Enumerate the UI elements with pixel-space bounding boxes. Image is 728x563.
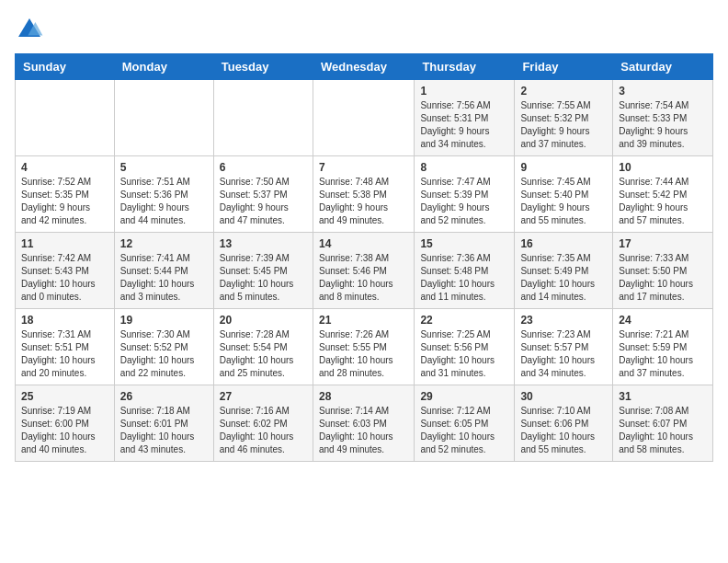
logo-icon — [15, 15, 44, 44]
calendar-cell: 22Sunrise: 7:25 AM Sunset: 5:56 PM Dayli… — [415, 309, 515, 385]
cell-content: Sunrise: 7:55 AM Sunset: 5:32 PM Dayligh… — [520, 99, 607, 151]
calendar-cell — [213, 80, 313, 156]
cell-content: Sunrise: 7:30 AM Sunset: 5:52 PM Dayligh… — [120, 328, 208, 380]
calendar-cell: 28Sunrise: 7:14 AM Sunset: 6:03 PM Dayli… — [313, 385, 414, 462]
cell-content: Sunrise: 7:42 AM Sunset: 5:43 PM Dayligh… — [21, 252, 108, 304]
day-number: 5 — [120, 161, 208, 174]
calendar-cell: 25Sunrise: 7:19 AM Sunset: 6:00 PM Dayli… — [16, 385, 115, 462]
cell-content: Sunrise: 7:16 AM Sunset: 6:02 PM Dayligh… — [220, 405, 307, 456]
day-number: 1 — [420, 85, 508, 98]
calendar-cell: 16Sunrise: 7:35 AM Sunset: 5:49 PM Dayli… — [515, 233, 613, 309]
weekday-sunday: Sunday — [16, 54, 115, 80]
cell-content: Sunrise: 7:26 AM Sunset: 5:55 PM Dayligh… — [319, 328, 408, 380]
day-number: 23 — [520, 314, 607, 327]
cell-content: Sunrise: 7:08 AM Sunset: 6:07 PM Dayligh… — [619, 405, 707, 456]
day-number: 11 — [21, 237, 108, 250]
cell-content: Sunrise: 7:56 AM Sunset: 5:31 PM Dayligh… — [420, 99, 508, 151]
cell-content: Sunrise: 7:31 AM Sunset: 5:51 PM Dayligh… — [21, 328, 108, 380]
calendar-cell: 20Sunrise: 7:28 AM Sunset: 5:54 PM Dayli… — [213, 309, 313, 385]
weekday-friday: Friday — [515, 54, 613, 80]
calendar-cell: 1Sunrise: 7:56 AM Sunset: 5:31 PM Daylig… — [415, 80, 515, 156]
day-number: 31 — [619, 390, 707, 403]
day-number: 7 — [319, 161, 408, 174]
calendar-cell: 8Sunrise: 7:47 AM Sunset: 5:39 PM Daylig… — [415, 156, 515, 233]
day-number: 15 — [420, 237, 508, 250]
day-number: 20 — [220, 314, 307, 327]
cell-content: Sunrise: 7:51 AM Sunset: 5:36 PM Dayligh… — [120, 176, 208, 227]
day-number: 30 — [520, 390, 607, 403]
weekday-header-row: SundayMondayTuesdayWednesdayThursdayFrid… — [16, 54, 713, 80]
cell-content: Sunrise: 7:48 AM Sunset: 5:38 PM Dayligh… — [319, 176, 408, 227]
calendar-cell: 18Sunrise: 7:31 AM Sunset: 5:51 PM Dayli… — [16, 309, 115, 385]
day-number: 4 — [21, 161, 108, 174]
weekday-tuesday: Tuesday — [213, 54, 313, 80]
calendar-week-4: 18Sunrise: 7:31 AM Sunset: 5:51 PM Dayli… — [16, 309, 713, 385]
day-number: 27 — [220, 390, 307, 403]
calendar-cell — [16, 80, 115, 156]
day-number: 28 — [319, 390, 408, 403]
calendar-cell — [313, 80, 414, 156]
weekday-monday: Monday — [114, 54, 213, 80]
calendar-week-5: 25Sunrise: 7:19 AM Sunset: 6:00 PM Dayli… — [16, 385, 713, 462]
cell-content: Sunrise: 7:38 AM Sunset: 5:46 PM Dayligh… — [319, 252, 408, 304]
cell-content: Sunrise: 7:39 AM Sunset: 5:45 PM Dayligh… — [220, 252, 307, 304]
cell-content: Sunrise: 7:47 AM Sunset: 5:39 PM Dayligh… — [420, 176, 508, 227]
calendar-cell: 21Sunrise: 7:26 AM Sunset: 5:55 PM Dayli… — [313, 309, 414, 385]
calendar-body: 1Sunrise: 7:56 AM Sunset: 5:31 PM Daylig… — [16, 80, 713, 462]
day-number: 16 — [520, 237, 607, 250]
calendar-cell: 6Sunrise: 7:50 AM Sunset: 5:37 PM Daylig… — [213, 156, 313, 233]
day-number: 18 — [21, 314, 108, 327]
day-number: 2 — [520, 85, 607, 98]
day-number: 10 — [619, 161, 707, 174]
day-number: 13 — [220, 237, 307, 250]
calendar-cell: 4Sunrise: 7:52 AM Sunset: 5:35 PM Daylig… — [16, 156, 115, 233]
cell-content: Sunrise: 7:54 AM Sunset: 5:33 PM Dayligh… — [619, 99, 707, 151]
weekday-wednesday: Wednesday — [313, 54, 414, 80]
calendar-cell: 2Sunrise: 7:55 AM Sunset: 5:32 PM Daylig… — [515, 80, 613, 156]
day-number: 24 — [619, 314, 707, 327]
calendar-cell: 17Sunrise: 7:33 AM Sunset: 5:50 PM Dayli… — [613, 233, 713, 309]
calendar-cell — [114, 80, 213, 156]
calendar-cell: 3Sunrise: 7:54 AM Sunset: 5:33 PM Daylig… — [613, 80, 713, 156]
cell-content: Sunrise: 7:52 AM Sunset: 5:35 PM Dayligh… — [21, 176, 108, 227]
day-number: 26 — [120, 390, 208, 403]
calendar-cell: 30Sunrise: 7:10 AM Sunset: 6:06 PM Dayli… — [515, 385, 613, 462]
calendar-cell: 27Sunrise: 7:16 AM Sunset: 6:02 PM Dayli… — [213, 385, 313, 462]
cell-content: Sunrise: 7:28 AM Sunset: 5:54 PM Dayligh… — [220, 328, 307, 380]
calendar-week-3: 11Sunrise: 7:42 AM Sunset: 5:43 PM Dayli… — [16, 233, 713, 309]
calendar-cell: 5Sunrise: 7:51 AM Sunset: 5:36 PM Daylig… — [114, 156, 213, 233]
calendar-cell: 23Sunrise: 7:23 AM Sunset: 5:57 PM Dayli… — [515, 309, 613, 385]
cell-content: Sunrise: 7:50 AM Sunset: 5:37 PM Dayligh… — [220, 176, 307, 227]
calendar-cell: 31Sunrise: 7:08 AM Sunset: 6:07 PM Dayli… — [613, 385, 713, 462]
day-number: 19 — [120, 314, 208, 327]
day-number: 3 — [619, 85, 707, 98]
calendar-cell: 29Sunrise: 7:12 AM Sunset: 6:05 PM Dayli… — [415, 385, 515, 462]
calendar-week-2: 4Sunrise: 7:52 AM Sunset: 5:35 PM Daylig… — [16, 156, 713, 233]
calendar-cell: 26Sunrise: 7:18 AM Sunset: 6:01 PM Dayli… — [114, 385, 213, 462]
cell-content: Sunrise: 7:23 AM Sunset: 5:57 PM Dayligh… — [520, 328, 607, 380]
calendar-cell: 9Sunrise: 7:45 AM Sunset: 5:40 PM Daylig… — [515, 156, 613, 233]
cell-content: Sunrise: 7:25 AM Sunset: 5:56 PM Dayligh… — [420, 328, 508, 380]
weekday-thursday: Thursday — [415, 54, 515, 80]
day-number: 29 — [420, 390, 508, 403]
cell-content: Sunrise: 7:14 AM Sunset: 6:03 PM Dayligh… — [319, 405, 408, 456]
day-number: 9 — [520, 161, 607, 174]
day-number: 21 — [319, 314, 408, 327]
day-number: 22 — [420, 314, 508, 327]
cell-content: Sunrise: 7:44 AM Sunset: 5:42 PM Dayligh… — [619, 176, 707, 227]
day-number: 14 — [319, 237, 408, 250]
page-header — [15, 15, 713, 44]
calendar-cell: 11Sunrise: 7:42 AM Sunset: 5:43 PM Dayli… — [16, 233, 115, 309]
calendar-table: SundayMondayTuesdayWednesdayThursdayFrid… — [15, 53, 713, 462]
day-number: 25 — [21, 390, 108, 403]
cell-content: Sunrise: 7:18 AM Sunset: 6:01 PM Dayligh… — [120, 405, 208, 456]
calendar-cell: 19Sunrise: 7:30 AM Sunset: 5:52 PM Dayli… — [114, 309, 213, 385]
day-number: 12 — [120, 237, 208, 250]
calendar-cell: 13Sunrise: 7:39 AM Sunset: 5:45 PM Dayli… — [213, 233, 313, 309]
day-number: 6 — [220, 161, 307, 174]
cell-content: Sunrise: 7:36 AM Sunset: 5:48 PM Dayligh… — [420, 252, 508, 304]
cell-content: Sunrise: 7:12 AM Sunset: 6:05 PM Dayligh… — [420, 405, 508, 456]
logo — [15, 15, 48, 44]
day-number: 8 — [420, 161, 508, 174]
calendar-cell: 12Sunrise: 7:41 AM Sunset: 5:44 PM Dayli… — [114, 233, 213, 309]
